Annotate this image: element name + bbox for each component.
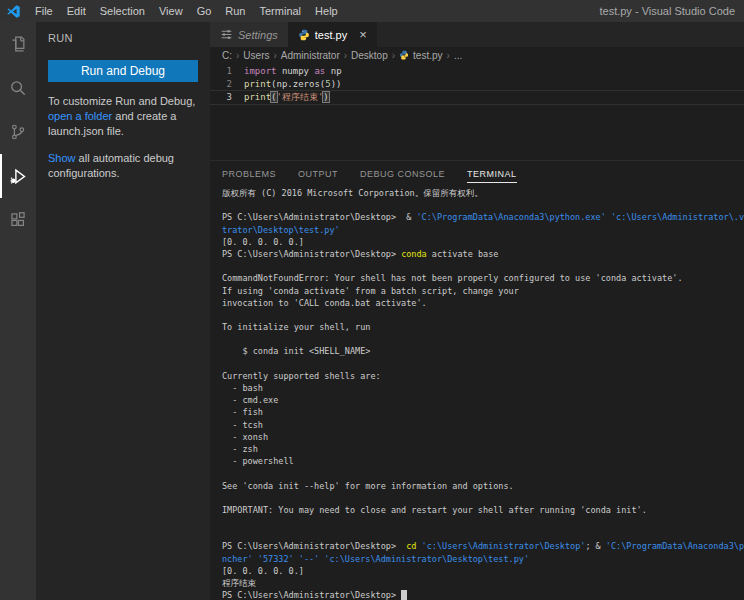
- terminal-line: invocation to 'CALL conda.bat activate'.: [222, 297, 744, 309]
- breadcrumb-file[interactable]: test.py: [413, 50, 442, 61]
- terminal-line: [222, 516, 744, 528]
- breadcrumb-users[interactable]: Users: [243, 50, 269, 61]
- breadcrumb-drive[interactable]: C:: [222, 50, 232, 61]
- line-number[interactable]: 1: [210, 65, 244, 78]
- python-icon: [399, 50, 409, 60]
- terminal-line: [0. 0. 0. 0. 0.]: [222, 565, 744, 577]
- terminal-line: IMPORTANT: You may need to close and res…: [222, 504, 744, 516]
- chevron-right-icon: ›: [273, 50, 276, 61]
- terminal-output[interactable]: 版权所有 (C) 2016 Microsoft Corporation。保留所有…: [210, 185, 744, 600]
- tab-output[interactable]: OUTPUT: [298, 164, 338, 183]
- terminal-line: Currently supported shells are:: [222, 370, 744, 382]
- hint-text: To customize Run and Debug,: [48, 95, 195, 107]
- breadcrumb-desktop[interactable]: Desktop: [351, 50, 388, 61]
- terminal-line: - cmd.exe: [222, 394, 744, 406]
- tab-settings[interactable]: Settings: [210, 22, 288, 47]
- show-link[interactable]: Show: [48, 152, 76, 164]
- tab-settings-label: Settings: [238, 29, 278, 41]
- chevron-right-icon: ›: [447, 50, 450, 61]
- terminal-line: [222, 528, 744, 540]
- vscode-logo-icon: [6, 4, 21, 19]
- source-control-icon[interactable]: [0, 110, 36, 154]
- terminal-line: [0. 0. 0. 0. 0.]: [222, 236, 744, 248]
- menu-file[interactable]: File: [28, 0, 60, 22]
- editor-cursor: [329, 92, 330, 103]
- python-icon: [298, 29, 310, 41]
- customize-hint-text: To customize Run and Debug, open a folde…: [48, 94, 198, 139]
- terminal-line: If using 'conda activate' from a batch s…: [222, 285, 744, 297]
- code-line: 1import numpy as np: [210, 65, 744, 78]
- line-number[interactable]: 2: [210, 78, 244, 91]
- tab-testpy-label: test.py: [315, 29, 347, 41]
- extensions-icon[interactable]: [0, 198, 36, 242]
- terminal-line: trator\Desktop\test.py': [222, 224, 744, 236]
- breadcrumb-symbol[interactable]: ...: [454, 50, 462, 61]
- editor-tab-bar: Settings test.py ×: [210, 22, 744, 47]
- menu-go[interactable]: Go: [190, 0, 219, 22]
- terminal-line: To initialize your shell, run: [222, 321, 744, 333]
- code-line: 2print(np.zeros(5)): [210, 78, 744, 91]
- terminal-line: - fish: [222, 406, 744, 418]
- terminal-line: [222, 333, 744, 345]
- terminal-line: $ conda init <SHELL_NAME>: [222, 345, 744, 357]
- terminal-cursor: [401, 590, 407, 600]
- terminal-line: [222, 309, 744, 321]
- terminal-line: [222, 199, 744, 211]
- terminal-line: - tcsh: [222, 419, 744, 431]
- run-and-debug-button[interactable]: Run and Debug: [48, 60, 198, 82]
- terminal-line: 版权所有 (C) 2016 Microsoft Corporation。保留所有…: [222, 187, 744, 199]
- terminal-line: PS C:\Users\Administrator\Desktop>: [222, 589, 744, 600]
- chevron-right-icon: ›: [236, 50, 239, 61]
- terminal-line: - xonsh: [222, 431, 744, 443]
- terminal-line: - bash: [222, 382, 744, 394]
- terminal-line: 程序结束: [222, 577, 744, 589]
- terminal-line: [222, 358, 744, 370]
- terminal-line: [222, 260, 744, 272]
- terminal-line: See 'conda init --help' for more informa…: [222, 480, 744, 492]
- tab-problems[interactable]: PROBLEMS: [222, 164, 276, 183]
- code-lines: 1import numpy as np2print(np.zeros(5))3p…: [210, 65, 744, 104]
- terminal-line: PS C:\Users\Administrator\Desktop> cd 'c…: [222, 540, 744, 552]
- explorer-icon[interactable]: [0, 22, 36, 66]
- menu-selection[interactable]: Selection: [93, 0, 152, 22]
- code-line: 3print('程序结束'): [210, 91, 744, 104]
- menu-run[interactable]: Run: [218, 0, 252, 22]
- tab-testpy[interactable]: test.py ×: [288, 22, 377, 47]
- menu-edit[interactable]: Edit: [60, 0, 93, 22]
- tab-terminal[interactable]: TERMINAL: [467, 164, 517, 183]
- run-sidebar: RUN Run and Debug To customize Run and D…: [36, 22, 210, 600]
- chevron-right-icon: ›: [392, 50, 395, 61]
- code-editor[interactable]: 1import numpy as np2print(np.zeros(5))3p…: [210, 63, 744, 160]
- breadcrumb-administrator[interactable]: Administrator: [281, 50, 340, 61]
- menu-terminal[interactable]: Terminal: [253, 0, 309, 22]
- terminal-line: [222, 467, 744, 479]
- show-configs-text: Show all automatic debug configurations.: [48, 151, 198, 181]
- terminal-line: - zsh: [222, 443, 744, 455]
- terminal-line: [222, 492, 744, 504]
- activity-bar: [0, 22, 36, 600]
- terminal-line: CommandNotFoundError: Your shell has not…: [222, 272, 744, 284]
- terminal-line: PS C:\Users\Administrator\Desktop> & 'C:…: [222, 211, 744, 223]
- panel-tab-bar: PROBLEMS OUTPUT DEBUG CONSOLE TERMINAL: [210, 161, 744, 185]
- menu-view[interactable]: View: [152, 0, 190, 22]
- close-tab-icon[interactable]: ×: [359, 28, 367, 41]
- run-and-debug-icon[interactable]: [0, 154, 36, 198]
- title-bar: File Edit Selection View Go Run Terminal…: [0, 0, 744, 22]
- search-icon[interactable]: [0, 66, 36, 110]
- sidebar-title: RUN: [48, 32, 198, 44]
- tab-debug-console[interactable]: DEBUG CONSOLE: [360, 164, 445, 183]
- line-number[interactable]: 3: [210, 91, 244, 104]
- menu-help[interactable]: Help: [308, 0, 345, 22]
- breadcrumb: C:› Users› Administrator› Desktop› test.…: [210, 47, 744, 63]
- window-title: test.py - Visual Studio Code: [599, 5, 744, 17]
- settings-tune-icon: [220, 28, 233, 41]
- bottom-panel: PROBLEMS OUTPUT DEBUG CONSOLE TERMINAL 版…: [210, 160, 744, 600]
- open-folder-link[interactable]: open a folder: [48, 110, 112, 122]
- terminal-line: ncher' '57332' '--' 'c:\Users\Administra…: [222, 553, 744, 565]
- terminal-line: PS C:\Users\Administrator\Desktop> conda…: [222, 248, 744, 260]
- chevron-right-icon: ›: [344, 50, 347, 61]
- vscode-window: File Edit Selection View Go Run Terminal…: [0, 0, 744, 600]
- terminal-line: - powershell: [222, 455, 744, 467]
